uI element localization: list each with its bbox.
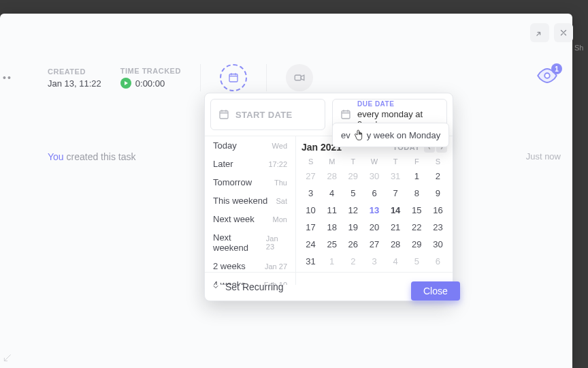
calendar-day[interactable]: 15 xyxy=(406,202,427,219)
watchers-button[interactable]: 1 xyxy=(534,65,561,86)
calendar-day[interactable]: 10 xyxy=(300,202,321,219)
calendar-day[interactable]: 2 xyxy=(427,168,448,185)
calendar-day[interactable]: 30 xyxy=(427,236,448,253)
close-button[interactable] xyxy=(554,23,573,42)
quick-date-hint: Thu xyxy=(274,179,287,187)
calendar-day[interactable]: 26 xyxy=(342,236,363,253)
quick-date-hint: Mon xyxy=(273,215,287,224)
svg-rect-1 xyxy=(295,75,301,80)
activity-entry: You created this task xyxy=(48,151,135,162)
calendar-day[interactable]: 8 xyxy=(406,185,427,202)
calendar-day[interactable]: 14 xyxy=(385,202,406,219)
separator xyxy=(266,64,267,91)
created-block: CREATED Jan 13, 11:22 xyxy=(48,67,101,89)
quick-date-hint: 17:22 xyxy=(268,160,287,168)
calendar-dow: F xyxy=(406,155,427,168)
calendar-day[interactable]: 13 xyxy=(363,202,385,219)
created-value: Jan 13, 11:22 xyxy=(48,78,101,89)
calendar-day[interactable]: 23 xyxy=(427,219,448,236)
calendar-day[interactable]: 31 xyxy=(385,168,406,185)
drag-handle-icon: •• xyxy=(3,72,12,83)
minimize-button[interactable] xyxy=(530,23,549,42)
calendar-day[interactable]: 16 xyxy=(427,202,448,219)
calendar-day[interactable]: 1 xyxy=(406,168,427,185)
calendar-day[interactable]: 27 xyxy=(363,236,385,253)
calendar-day[interactable]: 19 xyxy=(342,219,363,236)
time-tracked-label: TIME TRACKED xyxy=(120,67,181,75)
calendar-day[interactable]: 17 xyxy=(300,219,321,236)
video-icon xyxy=(293,72,306,84)
quick-date-hint: Wed xyxy=(272,142,287,150)
calendar-icon xyxy=(218,108,230,121)
calendar-day[interactable]: 3 xyxy=(300,185,321,202)
calendar-icon xyxy=(340,108,352,121)
chevron-down-icon xyxy=(212,283,220,291)
calendar-day[interactable]: 6 xyxy=(363,185,385,202)
calendar-day[interactable]: 4 xyxy=(321,185,342,202)
quick-date-label: Today xyxy=(213,140,237,151)
activity-time: Just now xyxy=(526,151,561,162)
collapse-icon xyxy=(535,28,544,37)
calendar-day[interactable]: 27 xyxy=(300,168,321,185)
svg-rect-4 xyxy=(342,111,350,119)
calendar-day[interactable]: 28 xyxy=(321,168,342,185)
quick-date-label: 2 weeks xyxy=(213,261,246,271)
calendar-dow: S xyxy=(300,155,321,168)
quick-date-hint: Jan 23 xyxy=(266,234,287,251)
calendar-day[interactable]: 22 xyxy=(406,219,427,236)
quick-date-label: Next weekend xyxy=(213,232,266,253)
quick-date-item[interactable]: TodayWed xyxy=(205,136,295,155)
due-date-label: DUE DATE xyxy=(357,100,440,108)
calendar-day[interactable]: 24 xyxy=(300,236,321,253)
calendar-day[interactable]: 7 xyxy=(385,185,406,202)
watchers-count: 1 xyxy=(551,63,562,74)
calendar-day[interactable]: 29 xyxy=(342,168,363,185)
calendar-grid: SMTWTFS 27282930311234567891011121314151… xyxy=(300,155,448,270)
calendar-day[interactable]: 5 xyxy=(342,185,363,202)
calendar-day[interactable]: 2 xyxy=(342,253,363,270)
due-date-button[interactable] xyxy=(220,64,247,91)
video-call-button[interactable] xyxy=(286,64,313,91)
calendar-day[interactable]: 31 xyxy=(300,253,321,270)
quick-date-item[interactable]: TomorrowThu xyxy=(205,173,295,191)
close-popover-button[interactable]: Close xyxy=(411,281,460,301)
quick-dates-list: TodayWedLater17:22TomorrowThuThis weeken… xyxy=(205,136,296,285)
calendar-day[interactable]: 21 xyxy=(385,219,406,236)
start-date-input[interactable]: START DATE xyxy=(210,99,325,130)
calendar-day[interactable]: 12 xyxy=(342,202,363,219)
calendar-dow: W xyxy=(363,155,385,168)
calendar-day[interactable]: 3 xyxy=(363,253,385,270)
calendar-day[interactable]: 29 xyxy=(406,236,427,253)
pointer-cursor-icon xyxy=(353,129,364,141)
quick-date-item[interactable]: Next weekendJan 23 xyxy=(205,228,295,257)
quick-date-label: Tomorrow xyxy=(213,177,252,187)
quick-date-label: Next week xyxy=(213,214,255,224)
calendar-day[interactable]: 9 xyxy=(427,185,448,202)
resize-handle-icon xyxy=(3,353,12,365)
activity-text: created this task xyxy=(64,151,136,162)
quick-date-hint: Jan 27 xyxy=(265,262,287,271)
calendar-day[interactable]: 30 xyxy=(363,168,385,185)
calendar-day[interactable]: 1 xyxy=(321,253,342,270)
calendar-day[interactable]: 25 xyxy=(321,236,342,253)
calendar-day[interactable]: 28 xyxy=(385,236,406,253)
quick-date-hint: Sat xyxy=(276,197,287,205)
calendar-day[interactable]: 5 xyxy=(406,253,427,270)
calendar-dow: T xyxy=(385,155,406,168)
calendar-day[interactable]: 6 xyxy=(427,253,448,270)
calendar-dow: T xyxy=(342,155,363,168)
calendar-day[interactable]: 4 xyxy=(385,253,406,270)
set-recurring-button[interactable]: Set Recurring xyxy=(212,281,284,292)
quick-date-item[interactable]: Later17:22 xyxy=(205,155,295,173)
calendar-day[interactable]: 20 xyxy=(363,219,385,236)
start-date-placeholder: START DATE xyxy=(235,110,292,120)
quick-date-item[interactable]: This weekendSat xyxy=(205,191,295,210)
autosuggest-item[interactable]: ev y week on Monday xyxy=(332,123,449,147)
calendar-dow: M xyxy=(321,155,342,168)
quick-date-item[interactable]: Next weekMon xyxy=(205,210,295,228)
calendar-day[interactable]: 11 xyxy=(321,202,342,219)
time-tracked-row[interactable]: 0:00:00 xyxy=(120,78,181,89)
svg-point-2 xyxy=(544,73,550,78)
calendar-day[interactable]: 18 xyxy=(321,219,342,236)
svg-rect-0 xyxy=(229,74,238,82)
